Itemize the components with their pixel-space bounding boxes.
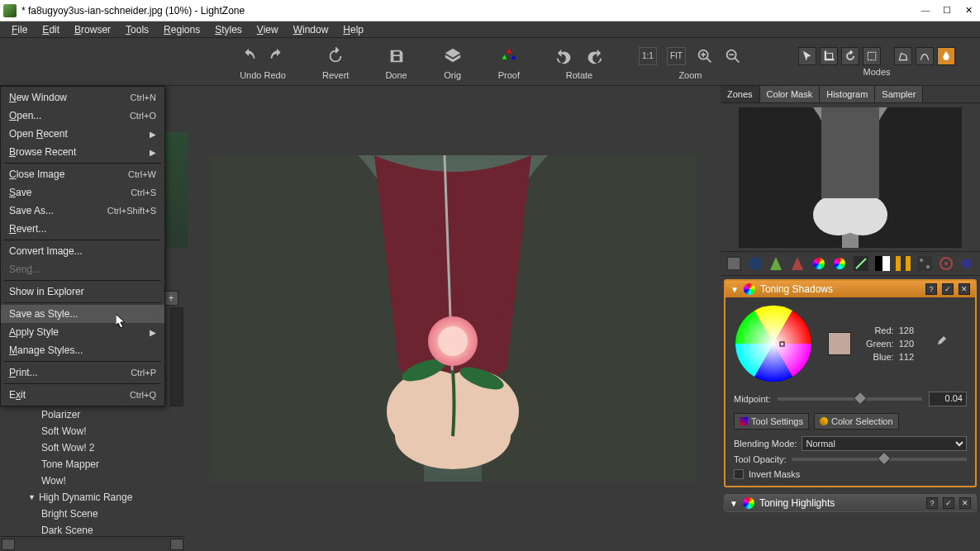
left-hscroll[interactable] bbox=[0, 536, 185, 551]
style-item[interactable]: Bright Scene bbox=[0, 506, 185, 522]
style-item[interactable]: Wow! bbox=[0, 473, 185, 489]
zoom-1-1[interactable]: 1:1 bbox=[639, 47, 657, 65]
close-panel-button[interactable]: ✕ bbox=[959, 497, 971, 509]
tool-clone-icon[interactable] bbox=[916, 255, 933, 272]
mode-rotate[interactable] bbox=[841, 47, 859, 65]
invert-masks-label: Invert Masks bbox=[749, 469, 800, 479]
menu-styles[interactable]: Styles bbox=[208, 22, 249, 37]
left-scrollbar[interactable] bbox=[170, 307, 183, 406]
minimize-button[interactable]: — bbox=[921, 5, 930, 16]
tab-histogram[interactable]: Histogram bbox=[820, 86, 875, 102]
toolbar-undo-redo: Undo Redo bbox=[240, 44, 286, 80]
midpoint-value[interactable]: 0.04 bbox=[929, 392, 967, 406]
file-menu-save-as-style[interactable]: Save as Style... bbox=[1, 305, 164, 323]
file-menu-save-as[interactable]: Save As...Ctrl+Shift+S bbox=[1, 202, 164, 220]
style-item[interactable]: Tone Mapper bbox=[0, 456, 185, 473]
tool-zonemapper-icon[interactable] bbox=[725, 255, 742, 272]
tab-sampler[interactable]: Sampler bbox=[875, 86, 923, 102]
file-menu-show-in-explorer[interactable]: Show in Explorer bbox=[1, 283, 164, 301]
file-menu-close-image[interactable]: Close ImageCtrl+W bbox=[1, 165, 164, 183]
menu-edit[interactable]: Edit bbox=[36, 22, 66, 37]
tool-relight-icon[interactable] bbox=[747, 255, 764, 272]
maximize-button[interactable]: ☐ bbox=[942, 5, 952, 16]
menu-browser[interactable]: Browser bbox=[68, 22, 117, 37]
blend-mode-label: Blending Mode: bbox=[734, 439, 797, 449]
tool-colorbalance-icon[interactable] bbox=[831, 255, 848, 272]
panel-header-toning-shadows[interactable]: ▼ Toning Shadows ? ✓ ✕ bbox=[725, 281, 975, 297]
mode-arrow[interactable] bbox=[798, 47, 816, 65]
file-menu-browse-recent[interactable]: Browse Recent▶ bbox=[1, 143, 164, 161]
mode-crop[interactable] bbox=[820, 47, 838, 65]
midpoint-slider[interactable] bbox=[778, 397, 922, 401]
mode-polygon[interactable] bbox=[894, 47, 912, 65]
zoom-in-icon[interactable] bbox=[696, 47, 714, 65]
toolbar-proof[interactable]: Proof bbox=[498, 44, 520, 80]
tool-redeye-icon[interactable] bbox=[959, 255, 975, 272]
scroll-left-icon[interactable] bbox=[2, 539, 15, 550]
toolbar-orig[interactable]: Orig bbox=[444, 44, 462, 80]
help-button[interactable]: ? bbox=[925, 283, 937, 295]
enable-checkbox[interactable]: ✓ bbox=[942, 283, 954, 295]
done-label: Done bbox=[385, 70, 407, 80]
file-menu-manage-styles[interactable]: Manage Styles... bbox=[1, 341, 164, 359]
file-menu-revert[interactable]: Revert... bbox=[1, 220, 164, 238]
svg-rect-24 bbox=[917, 256, 932, 271]
panel-header-toning-highlights[interactable]: ▼ Toning Highlights ? ✓ ✕ bbox=[725, 495, 976, 511]
zoom-out-icon[interactable] bbox=[724, 47, 742, 65]
invert-masks-checkbox[interactable] bbox=[734, 469, 744, 479]
style-item[interactable]: Soft Wow! bbox=[0, 423, 185, 439]
close-button[interactable]: ✕ bbox=[963, 5, 973, 16]
tool-noise-icon[interactable] bbox=[895, 255, 911, 272]
style-item[interactable]: Soft Wow! 2 bbox=[0, 439, 185, 456]
canvas[interactable] bbox=[185, 86, 721, 551]
rotate-left-icon[interactable] bbox=[556, 47, 574, 65]
tab-color-mask[interactable]: Color Mask bbox=[760, 86, 821, 102]
menu-view[interactable]: View bbox=[250, 22, 285, 37]
tool-huesat-icon[interactable] bbox=[811, 255, 827, 272]
undo-icon[interactable] bbox=[240, 47, 258, 65]
toolbar-done[interactable]: Done bbox=[385, 44, 407, 80]
menu-regions[interactable]: Regions bbox=[157, 22, 207, 37]
file-menu-new-window[interactable]: New WindowCtrl+N bbox=[1, 88, 164, 107]
tool-whitebalance-icon[interactable] bbox=[853, 255, 869, 272]
help-button[interactable]: ? bbox=[926, 497, 938, 509]
tree-group-hdr[interactable]: ▼High Dynamic Range bbox=[0, 489, 185, 506]
file-menu-open-recent[interactable]: Open Recent▶ bbox=[1, 125, 164, 143]
close-panel-button[interactable]: ✕ bbox=[959, 283, 970, 295]
scroll-right-icon[interactable] bbox=[170, 539, 183, 550]
file-menu-exit[interactable]: ExitCtrl+Q bbox=[1, 386, 164, 404]
eyedropper-icon[interactable] bbox=[934, 336, 947, 351]
color-wheel[interactable] bbox=[734, 304, 813, 383]
toolbar-revert[interactable]: Revert bbox=[322, 44, 349, 80]
file-menu-save[interactable]: SaveCtrl+S bbox=[1, 183, 164, 202]
subtab-color-selection[interactable]: Color Selection bbox=[814, 413, 899, 430]
style-item[interactable]: Polarizer bbox=[0, 406, 185, 423]
file-menu-print[interactable]: Print...Ctrl+P bbox=[1, 363, 164, 382]
file-menu-apply-style[interactable]: Apply Style▶ bbox=[1, 323, 164, 341]
mode-curve[interactable] bbox=[916, 47, 934, 65]
tool-bw-icon[interactable] bbox=[874, 255, 891, 272]
rotate-right-icon[interactable] bbox=[584, 47, 602, 65]
menu-window[interactable]: Window bbox=[287, 22, 335, 37]
zoom-fit[interactable]: FIT bbox=[667, 47, 686, 65]
menu-help[interactable]: Help bbox=[336, 22, 370, 37]
tool-blur-icon[interactable] bbox=[789, 255, 806, 272]
redo-icon[interactable] bbox=[268, 47, 286, 65]
menu-tools[interactable]: Tools bbox=[119, 22, 155, 37]
menu-file[interactable]: File bbox=[5, 22, 34, 37]
tab-zones[interactable]: Zones bbox=[721, 86, 760, 102]
subtab-tool-settings[interactable]: Tool Settings bbox=[734, 413, 809, 430]
add-style-button[interactable]: + bbox=[164, 291, 178, 306]
enable-checkbox[interactable]: ✓ bbox=[943, 497, 954, 509]
mode-drop[interactable] bbox=[937, 47, 955, 65]
file-menu-open[interactable]: Open...Ctrl+O bbox=[1, 107, 164, 125]
opacity-slider[interactable] bbox=[792, 458, 967, 461]
panel-toning-shadows: ▼ Toning Shadows ? ✓ ✕ bbox=[724, 279, 977, 487]
blend-mode-select[interactable]: Normal bbox=[802, 436, 967, 451]
file-menu-convert-image[interactable]: Convert Image... bbox=[1, 242, 164, 260]
toolbar-modes: Modes bbox=[798, 47, 955, 77]
tool-spot-icon[interactable] bbox=[938, 255, 954, 272]
collapse-icon: ▼ bbox=[730, 499, 738, 508]
tool-sharpen-icon[interactable] bbox=[768, 255, 784, 272]
mode-region[interactable] bbox=[863, 47, 881, 65]
